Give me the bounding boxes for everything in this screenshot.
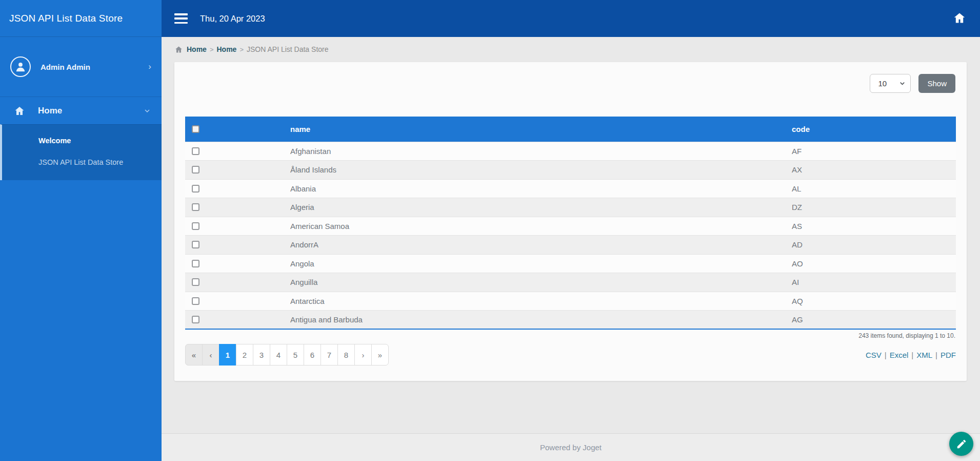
cell-code: AD bbox=[792, 236, 956, 255]
cell-name: Åland Islands bbox=[290, 161, 792, 180]
table-row[interactable]: AngolaAO bbox=[185, 254, 956, 273]
breadcrumb-current: JSON API List Data Store bbox=[247, 45, 329, 53]
row-checkbox[interactable] bbox=[192, 278, 199, 286]
cell-code: DZ bbox=[792, 198, 956, 217]
row-checkbox[interactable] bbox=[192, 222, 199, 230]
chevron-down-icon bbox=[143, 107, 151, 115]
pagination-page-7[interactable]: 7 bbox=[321, 344, 338, 366]
breadcrumb-link[interactable]: Home bbox=[187, 45, 207, 53]
table-row[interactable]: AnguillaAI bbox=[185, 273, 956, 292]
sidebar-item-home[interactable]: Home bbox=[0, 97, 162, 124]
row-checkbox-cell bbox=[185, 217, 290, 236]
table-row[interactable]: AndorrAAD bbox=[185, 236, 956, 255]
main-area: Thu, 20 Apr 2023 Home>Home>JSON API List… bbox=[162, 0, 980, 461]
sidebar-item-welcome[interactable]: Welcome bbox=[2, 130, 162, 151]
cell-name: Antarctica bbox=[290, 292, 792, 311]
cell-name: Angola bbox=[290, 254, 792, 273]
cell-code: AI bbox=[792, 273, 956, 292]
table-row[interactable]: AlbaniaAL bbox=[185, 179, 956, 198]
pagination-page-1[interactable]: 1 bbox=[219, 344, 236, 366]
cell-name: Algeria bbox=[290, 198, 792, 217]
row-checkbox[interactable] bbox=[192, 316, 199, 323]
pagination: «‹12345678›» bbox=[185, 344, 389, 366]
pagination-prev[interactable]: ‹ bbox=[202, 344, 219, 366]
export-link-csv[interactable]: CSV bbox=[866, 351, 882, 359]
cell-name: Antigua and Barbuda bbox=[290, 311, 792, 330]
pagination-page-5[interactable]: 5 bbox=[287, 344, 304, 366]
page-size-select[interactable]: 10 bbox=[870, 74, 911, 93]
row-checkbox-cell bbox=[185, 198, 290, 217]
row-checkbox[interactable] bbox=[192, 297, 199, 305]
row-checkbox[interactable] bbox=[192, 185, 199, 193]
table-row[interactable]: Antigua and BarbudaAG bbox=[185, 311, 956, 330]
column-header-code[interactable]: code bbox=[792, 117, 956, 142]
cell-name: American Samoa bbox=[290, 217, 792, 236]
topbar-date: Thu, 20 Apr 2023 bbox=[200, 14, 265, 24]
cell-code: AS bbox=[792, 217, 956, 236]
pagination-page-8[interactable]: 8 bbox=[337, 344, 355, 366]
cell-code: AF bbox=[792, 142, 956, 161]
sidebar-item-json-api-list-data-store[interactable]: JSON API List Data Store bbox=[2, 151, 162, 173]
topbar: Thu, 20 Apr 2023 bbox=[162, 0, 980, 37]
breadcrumb-separator: > bbox=[239, 46, 244, 53]
cell-code: AG bbox=[792, 311, 956, 330]
home-icon[interactable] bbox=[953, 12, 966, 26]
list-toolbar: 10 Show bbox=[185, 74, 956, 93]
table-row[interactable]: AntarcticaAQ bbox=[185, 292, 956, 311]
cell-name: AndorrA bbox=[290, 236, 792, 255]
show-button[interactable]: Show bbox=[918, 74, 955, 93]
menu-icon[interactable] bbox=[174, 13, 188, 24]
breadcrumb-link[interactable]: Home bbox=[217, 45, 237, 53]
table-row[interactable]: AlgeriaDZ bbox=[185, 198, 956, 217]
export-link-excel[interactable]: Excel bbox=[890, 351, 909, 359]
footer: Powered by Joget bbox=[162, 433, 980, 461]
edit-fab[interactable] bbox=[949, 432, 973, 456]
pagination-page-2[interactable]: 2 bbox=[236, 344, 253, 366]
page-size-select-wrap: 10 bbox=[870, 74, 911, 93]
breadcrumb: Home>Home>JSON API List Data Store bbox=[174, 37, 967, 53]
list-footer-row: «‹12345678›» CSV|Excel|XML|PDF bbox=[185, 344, 956, 366]
pagination-page-6[interactable]: 6 bbox=[304, 344, 321, 366]
table-header-row: name code bbox=[185, 117, 956, 142]
row-checkbox-cell bbox=[185, 142, 290, 161]
row-checkbox-cell bbox=[185, 236, 290, 255]
user-menu[interactable]: Admin Admin › bbox=[0, 37, 162, 97]
row-checkbox[interactable] bbox=[192, 203, 199, 211]
export-separator: | bbox=[885, 351, 887, 359]
export-link-xml[interactable]: XML bbox=[916, 351, 932, 359]
pencil-icon bbox=[956, 438, 967, 450]
app-window: JSON API List Data Store Admin Admin › H… bbox=[0, 0, 980, 461]
row-checkbox-cell bbox=[185, 311, 290, 330]
column-header-name[interactable]: name bbox=[290, 117, 792, 142]
user-name: Admin Admin bbox=[41, 63, 90, 71]
avatar bbox=[10, 56, 31, 77]
table-row[interactable]: American SamoaAS bbox=[185, 217, 956, 236]
cell-code: AL bbox=[792, 179, 956, 198]
export-link-pdf[interactable]: PDF bbox=[941, 351, 956, 359]
breadcrumb-separator: > bbox=[210, 46, 214, 53]
content: Home>Home>JSON API List Data Store 10 Sh… bbox=[162, 37, 980, 433]
table-row[interactable]: AfghanistanAF bbox=[185, 142, 956, 161]
table-row[interactable]: Åland IslandsAX bbox=[185, 161, 956, 180]
pagination-next[interactable]: › bbox=[354, 344, 372, 366]
pagination-page-3[interactable]: 3 bbox=[253, 344, 270, 366]
row-checkbox-cell bbox=[185, 292, 290, 311]
pagination-first[interactable]: « bbox=[185, 344, 203, 366]
row-checkbox[interactable] bbox=[192, 260, 199, 267]
app-title: JSON API List Data Store bbox=[0, 0, 162, 37]
pagination-page-4[interactable]: 4 bbox=[270, 344, 287, 366]
row-checkbox[interactable] bbox=[192, 166, 199, 174]
row-checkbox[interactable] bbox=[192, 147, 199, 155]
export-separator: | bbox=[911, 351, 913, 359]
cell-code: AX bbox=[792, 161, 956, 180]
sidebar-item-label: Home bbox=[38, 106, 143, 116]
row-checkbox[interactable] bbox=[192, 241, 199, 248]
sidebar: JSON API List Data Store Admin Admin › H… bbox=[0, 0, 162, 461]
row-checkbox-cell bbox=[185, 273, 290, 292]
home-icon bbox=[14, 106, 25, 116]
select-all-checkbox[interactable] bbox=[192, 125, 199, 133]
pagination-last[interactable]: » bbox=[371, 344, 389, 366]
export-links: CSV|Excel|XML|PDF bbox=[866, 351, 956, 359]
row-checkbox-cell bbox=[185, 161, 290, 180]
cell-code: AQ bbox=[792, 292, 956, 311]
